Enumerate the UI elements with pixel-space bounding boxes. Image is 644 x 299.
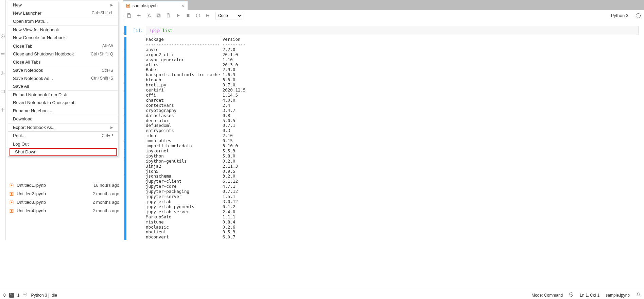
settings-icon[interactable]: [0, 71, 5, 76]
extensions-icon[interactable]: [0, 107, 5, 112]
menu-item-shut-down[interactable]: Shut Down: [10, 148, 117, 156]
status-count-1[interactable]: 1: [17, 293, 20, 298]
file-time: 2 months ago: [92, 208, 119, 213]
file-time: 16 hours ago: [93, 183, 119, 188]
menu-item-save-all[interactable]: Save All: [8, 82, 118, 90]
cell-output: Package Version ------------------------…: [127, 37, 639, 240]
menu-item-open-from-path[interactable]: Open from Path...: [8, 17, 118, 26]
menu-item-print[interactable]: Print...Ctrl+P: [8, 132, 118, 140]
file-name: Untitled2.ipynb: [17, 191, 46, 196]
status-mode[interactable]: Mode: Command: [532, 293, 563, 298]
menu-item-close-tab[interactable]: Close TabAlt+W: [8, 42, 118, 50]
menu-item-rename-notebook[interactable]: Rename Notebook...: [8, 107, 118, 115]
svg-rect-6: [1, 90, 5, 93]
chevron-right-icon: ▶: [110, 3, 113, 7]
status-kernel[interactable]: Python 3 | Idle: [31, 293, 57, 298]
close-icon[interactable]: ×: [181, 3, 184, 8]
svg-rect-4: [1, 56, 5, 56]
menu-item-save-notebook-as[interactable]: Save Notebook As...Ctrl+Shift+S: [8, 74, 118, 83]
kernel-status-icon[interactable]: [636, 13, 641, 18]
add-cell-icon[interactable]: [136, 13, 141, 18]
notebook-body[interactable]: [1]: !pip list Package Version ---------…: [123, 21, 644, 240]
menu-item-new-view-for-notebook[interactable]: New View for Notebook: [8, 26, 118, 34]
menu-item-label: Download: [13, 116, 113, 121]
restart-icon[interactable]: [195, 13, 201, 18]
tab-bar: sample.ipynb ×: [123, 0, 644, 10]
paste-icon[interactable]: [166, 13, 171, 18]
shield-icon[interactable]: [569, 292, 574, 298]
menu-item-label: New Launcher: [13, 11, 92, 16]
menu-item-revert-notebook-to-checkpoint[interactable]: Revert Notebook to Checkpoint: [8, 99, 118, 107]
kernel-name[interactable]: Python 3: [611, 13, 628, 18]
status-cursor[interactable]: Ln 1, Col 1: [580, 293, 599, 298]
cell-prompt: [1]:: [127, 26, 146, 35]
terminal-icon[interactable]: [9, 293, 14, 298]
activity-bar: [0, 0, 6, 240]
menu-item-log-out[interactable]: Log Out: [8, 140, 118, 148]
bell-icon[interactable]: [636, 292, 641, 298]
notebook-toolbar: Code Python 3: [123, 10, 644, 21]
code-cell[interactable]: [1]: !pip list: [127, 26, 639, 35]
main-area: sample.ipynb × Code Python 3 [1]: !pip l…: [123, 0, 644, 240]
save-icon[interactable]: [126, 13, 132, 18]
file-name: Untitled1.ipynb: [17, 183, 46, 188]
fast-forward-icon[interactable]: [205, 13, 210, 18]
menu-item-label: New View for Notebook: [13, 27, 113, 32]
tabs-icon[interactable]: [0, 89, 5, 94]
run-icon[interactable]: [176, 13, 181, 18]
chevron-right-icon: ▶: [110, 126, 113, 129]
svg-rect-3: [1, 54, 5, 55]
menu-item-download[interactable]: Download: [8, 115, 118, 123]
menu-item-label: Shut Down: [15, 149, 111, 154]
commands-icon[interactable]: [0, 52, 5, 57]
menu-item-label: Export Notebook As...: [13, 125, 110, 130]
tab-title: sample.ipynb: [133, 3, 158, 8]
file-row[interactable]: Untitled2.ipynb2 months ago: [6, 189, 123, 198]
menu-item-export-notebook-as[interactable]: Export Notebook As...▶: [8, 123, 118, 132]
svg-rect-2: [1, 53, 5, 54]
svg-rect-12: [11, 201, 13, 203]
running-icon[interactable]: [0, 34, 5, 39]
menu-item-close-all-tabs[interactable]: Close All Tabs: [8, 58, 118, 66]
cell-indicator: [124, 26, 126, 35]
file-time: 2 months ago: [92, 200, 119, 205]
menu-item-label: Close All Tabs: [13, 60, 113, 65]
svg-rect-24: [187, 14, 190, 17]
menu-item-new-launcher[interactable]: New LauncherCtrl+Shift+L: [8, 9, 118, 17]
notebook-icon: [126, 3, 130, 8]
tab-sample[interactable]: sample.ipynb ×: [123, 1, 188, 10]
svg-point-25: [25, 294, 26, 295]
status-count-0[interactable]: 0: [3, 293, 6, 298]
svg-rect-17: [128, 14, 130, 15]
gear-icon[interactable]: [23, 292, 28, 298]
file-menu: New▶New LauncherCtrl+Shift+LOpen from Pa…: [8, 1, 118, 156]
svg-rect-16: [127, 5, 129, 7]
file-row[interactable]: Untitled4.ipynb2 months ago: [6, 206, 123, 215]
menu-item-label: Print...: [13, 133, 102, 138]
cell-input[interactable]: !pip list: [146, 26, 639, 35]
menu-item-new[interactable]: New▶: [8, 1, 118, 9]
menu-item-label: Save All: [13, 84, 113, 89]
menu-item-label: Open from Path...: [13, 19, 113, 24]
svg-point-5: [2, 72, 3, 74]
menu-item-label: Log Out: [13, 142, 113, 147]
menu-item-close-and-shutdown-notebook[interactable]: Close and Shutdown NotebookCtrl+Shift+Q: [8, 50, 118, 58]
output-indicator: [124, 37, 126, 240]
status-bar: 0 1 Python 3 | Idle Mode: Command Ln 1, …: [0, 291, 644, 299]
cell-type-select[interactable]: Code: [215, 12, 242, 19]
svg-rect-10: [11, 193, 13, 195]
stop-icon[interactable]: [186, 13, 191, 18]
file-row[interactable]: Untitled3.ipynb2 months ago: [6, 198, 123, 206]
menu-item-label: Rename Notebook...: [13, 108, 113, 113]
menu-item-reload-notebook-from-disk[interactable]: Reload Notebook from Disk: [8, 91, 118, 99]
menu-item-label: Reload Notebook from Disk: [13, 92, 113, 97]
cut-icon[interactable]: [146, 13, 151, 18]
menu-item-label: Save Notebook As...: [13, 76, 91, 81]
status-file[interactable]: sample.ipynb: [606, 293, 630, 298]
menu-item-label: Revert Notebook to Checkpoint: [13, 100, 113, 105]
copy-icon[interactable]: [156, 13, 161, 18]
menu-item-save-notebook[interactable]: Save NotebookCtrl+S: [8, 66, 118, 74]
file-row[interactable]: Untitled1.ipynb16 hours ago: [6, 181, 123, 189]
menu-item-new-console-for-notebook[interactable]: New Console for Notebook: [8, 34, 118, 42]
menu-item-label: Close Tab: [13, 44, 102, 49]
